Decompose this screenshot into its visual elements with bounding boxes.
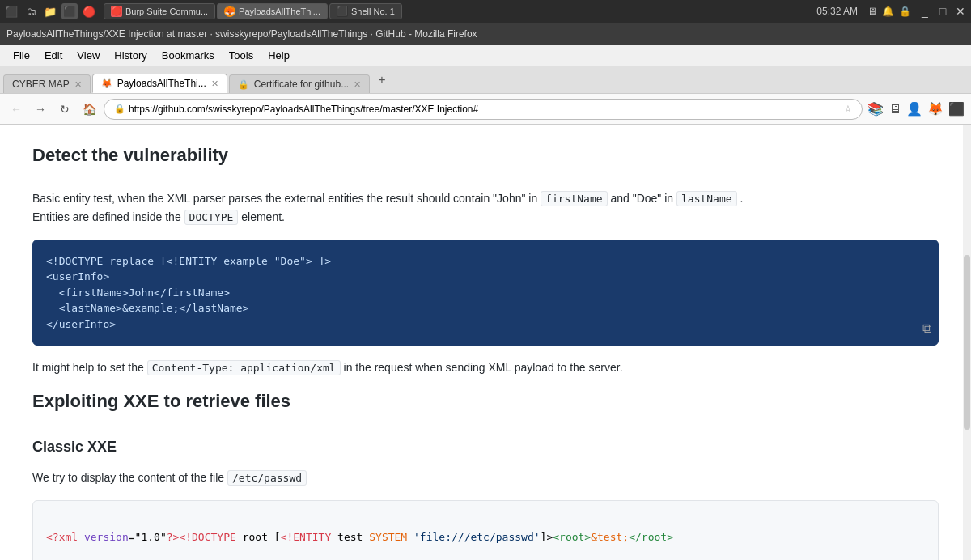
url-lock-icon: 🔒 (114, 104, 125, 114)
tab-payloads-close[interactable]: ✕ (211, 78, 218, 89)
firstname-code: firstName (541, 191, 607, 206)
menu-edit[interactable]: Edit (38, 48, 69, 63)
tab-add-button[interactable]: + (371, 70, 392, 91)
page-content: Detect the vulnerability Basic entity te… (0, 125, 971, 560)
url-bar[interactable]: 🔒 https://github.com/swisskyrepo/Payload… (104, 99, 863, 120)
lastname-code: lastName (676, 191, 737, 206)
tray-network-icon: 🔒 (899, 6, 911, 17)
tab-certificate-label: Certificate for github... (254, 78, 349, 90)
addon-icon-5[interactable]: ⬛ (948, 101, 965, 117)
nav-home[interactable]: 🏠 (79, 100, 99, 119)
scrollbar-thumb[interactable] (964, 255, 970, 429)
exploiting-heading: Exploiting XXE to retrieve files (32, 387, 939, 422)
menu-help[interactable]: Help (261, 48, 296, 63)
classic-xxe-heading: Classic XXE (32, 435, 939, 459)
taskbar: ⬛ 🗂 📁 ⬛ 🔴 🔴 Burp Suite Commu... 🦊 Payloa… (0, 0, 971, 23)
menu-tools[interactable]: Tools (223, 48, 260, 63)
taskbar-time: 05:32 AM (810, 6, 864, 17)
classic-xxe-prose: We try to display the content of the fil… (32, 469, 939, 487)
detect-prose-1: Basic entity test, when the XML parser p… (32, 189, 939, 227)
tabbar: CYBER MAP ✕ 🦊 PayloadsAllTheThi... ✕ 🔒 C… (0, 66, 971, 94)
menu-view[interactable]: View (70, 48, 106, 63)
menu-file[interactable]: File (6, 48, 36, 63)
addon-icon-4[interactable]: 🦊 (927, 101, 943, 117)
taskbar-app-shell-label: Shell No. 1 (351, 6, 395, 16)
addressbar: ← → ↻ 🏠 🔒 https://github.com/swisskyrepo… (0, 94, 971, 125)
menubar: File Edit View History Bookmarks Tools H… (0, 45, 971, 66)
taskbar-app-burp[interactable]: 🔴 Burp Suite Commu... (104, 3, 215, 19)
nav-forward[interactable]: → (31, 100, 50, 119)
taskbar-app-burp-label: Burp Suite Commu... (125, 6, 208, 16)
tab-certificate[interactable]: 🔒 Certificate for github... ✕ (229, 74, 370, 93)
doctype-code: DOCTYPE (184, 210, 239, 225)
taskbar-app-firefox[interactable]: 🦊 PayloadsAllTheThi... (217, 3, 328, 19)
tab-cybermap-label: CYBER MAP (12, 78, 70, 90)
detect-code-block[interactable]: <!DOCTYPE replace [<!ENTITY example "Doe… (32, 240, 939, 346)
tab-cybermap-close[interactable]: ✕ (74, 79, 82, 90)
content-type-code: Content-Type: application/xml (147, 360, 341, 375)
tab-payloads-label: PayloadsAllTheThi... (117, 78, 206, 89)
xxe-code-block-1[interactable]: <?xml version="1.0"?><!DOCTYPE root [<!E… (32, 500, 939, 560)
taskbar-icon-4[interactable]: 🔴 (81, 3, 97, 19)
url-actions: ☆ (844, 104, 852, 114)
tab-payloads[interactable]: 🦊 PayloadsAllTheThi... ✕ (92, 74, 227, 93)
tab-certificate-close[interactable]: ✕ (354, 79, 361, 90)
taskbar-icon-2[interactable]: 📁 (42, 3, 58, 19)
taskbar-app-firefox-label: PayloadsAllTheThi... (239, 6, 320, 16)
content-type-prose: It might help to set the Content-Type: a… (32, 358, 939, 377)
taskbar-icon-3[interactable]: ⬛ (61, 3, 78, 19)
nav-back[interactable]: ← (6, 100, 26, 119)
browser-titlebar: PayloadsAllTheThings/XXE Injection at ma… (0, 23, 971, 45)
addressbar-right: 📚 🖥 👤 🦊 ⬛ (867, 101, 965, 117)
tab-cybermap[interactable]: CYBER MAP ✕ (3, 74, 91, 93)
menu-history[interactable]: History (108, 48, 153, 63)
tray-monitor-icon: 🖥 (867, 6, 877, 17)
tab-certificate-icon: 🔒 (238, 79, 249, 90)
browser-title: PayloadsAllTheThings/XXE Injection at ma… (6, 28, 477, 40)
scrollbar-track[interactable] (963, 125, 971, 560)
nav-reload[interactable]: ↻ (55, 100, 74, 119)
url-bookmark-icon[interactable]: ☆ (844, 104, 852, 114)
taskbar-tray: 🖥 🔔 🔒 (867, 6, 914, 17)
copy-icon[interactable]: ⧉ (922, 319, 931, 338)
taskbar-apps: 🔴 Burp Suite Commu... 🦊 PayloadsAllTheTh… (100, 3, 807, 19)
taskbar-start-icon[interactable]: ⬛ (3, 3, 19, 19)
taskbar-icon-1[interactable]: 🗂 (23, 3, 39, 19)
window-maximize[interactable]: □ (935, 4, 950, 19)
taskbar-app-shell[interactable]: ⬛ Shell No. 1 (329, 3, 402, 19)
addon-icon-3[interactable]: 👤 (906, 101, 922, 117)
addon-icon-2[interactable]: 🖥 (888, 102, 901, 117)
menu-bookmarks[interactable]: Bookmarks (155, 48, 221, 63)
addon-icon-1[interactable]: 📚 (867, 101, 884, 117)
detect-heading: Detect the vulnerability (32, 141, 939, 176)
etc-passwd-code: /etc/passwd (227, 470, 307, 486)
url-text: https://github.com/swisskyrepo/PayloadsA… (129, 104, 841, 115)
tray-volume-icon: 🔔 (882, 6, 894, 17)
tab-payloads-icon: 🦊 (101, 78, 112, 89)
window-minimize[interactable]: _ (918, 4, 932, 19)
window-close[interactable]: ✕ (953, 4, 968, 19)
